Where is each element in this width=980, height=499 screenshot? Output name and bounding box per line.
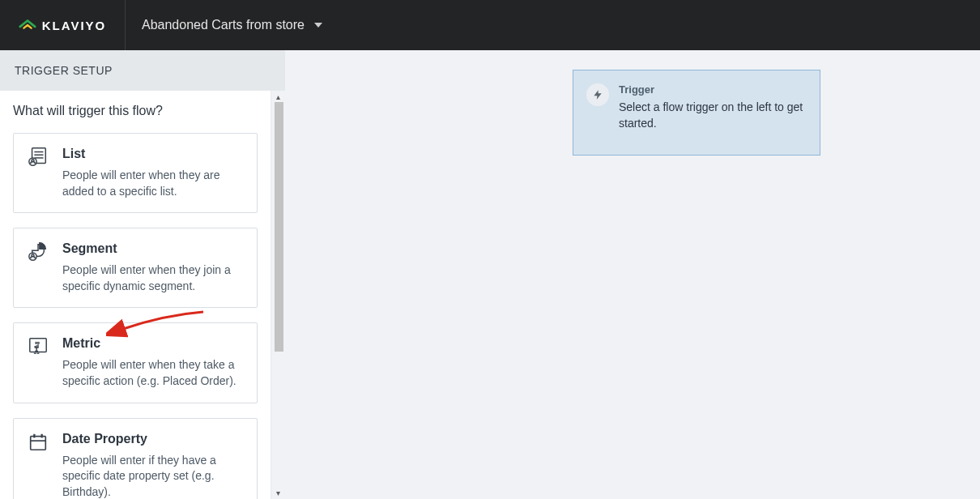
scrollbar-thumb[interactable] (275, 102, 283, 352)
flow-name-text: Abandoned Carts from store (142, 18, 305, 32)
scroll-up-arrow-icon[interactable]: ▴ (276, 92, 280, 101)
trigger-title: Segment (62, 241, 244, 256)
trigger-desc: People will enter if they have a specifi… (62, 453, 244, 499)
trigger-title: Date Property (62, 432, 244, 446)
bolt-icon (586, 83, 609, 106)
callout-text: Select a flow trigger on the left to get… (619, 99, 807, 132)
topbar: KLAVIYO Abandoned Carts from store (0, 0, 980, 50)
trigger-placeholder-callout: Trigger Select a flow trigger on the lef… (573, 70, 820, 156)
list-icon (28, 147, 49, 168)
sidebar-scrollbar[interactable]: ▴ ▾ (271, 91, 285, 499)
brand-name: KLAVIYO (42, 19, 107, 32)
trigger-option-date-property[interactable]: Date Property People will enter if they … (13, 418, 258, 499)
trigger-desc: People will enter when they take a speci… (62, 357, 244, 389)
flow-name-dropdown[interactable]: Abandoned Carts from store (126, 18, 322, 32)
trigger-title: Metric (62, 336, 244, 351)
segment-icon (28, 241, 49, 262)
trigger-option-segment[interactable]: Segment People will enter when they join… (13, 228, 258, 308)
calendar-icon (28, 432, 49, 453)
callout-title: Trigger (619, 83, 807, 96)
klaviyo-logo-icon (19, 16, 36, 34)
trigger-option-metric[interactable]: Metric People will enter when they take … (13, 322, 258, 403)
chevron-down-icon (314, 23, 322, 28)
trigger-desc: People will enter when they are added to… (62, 168, 244, 199)
sidebar-title: TRIGGER SETUP (0, 50, 285, 91)
metric-icon (28, 336, 49, 357)
sidebar: TRIGGER SETUP What will trigger this flo… (0, 50, 285, 499)
trigger-option-list[interactable]: List People will enter when they are add… (13, 133, 258, 213)
brand-logo[interactable]: KLAVIYO (0, 0, 126, 50)
svg-rect-9 (31, 436, 46, 450)
scroll-down-arrow-icon[interactable]: ▾ (276, 488, 280, 497)
flow-canvas: Trigger Select a flow trigger on the lef… (285, 50, 980, 499)
trigger-desc: People will enter when they join a speci… (62, 262, 244, 294)
trigger-prompt: What will trigger this flow? (13, 104, 258, 118)
annotation-arrow (106, 305, 211, 338)
trigger-title: List (62, 147, 244, 161)
